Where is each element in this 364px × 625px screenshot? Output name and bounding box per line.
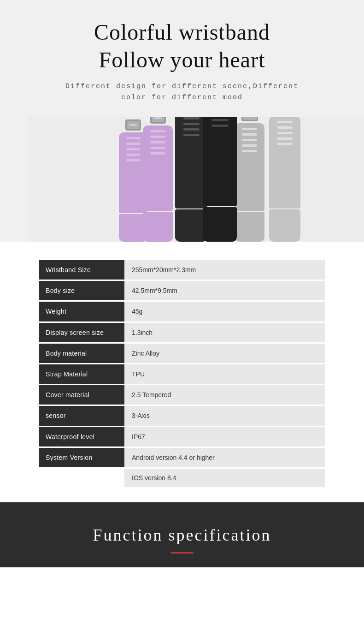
notch [150, 152, 165, 155]
spec-value: 255mm*20mm*2.3mm [124, 260, 325, 280]
spec-row-body-material: Body material Zinc Alloy [39, 344, 325, 363]
spec-label: Cover material [39, 385, 124, 405]
spec-row-display: Display screen size 1.3inch [39, 323, 325, 342]
notch [126, 159, 141, 161]
spec-label: Weight [39, 302, 124, 321]
function-section: Function specification [0, 502, 364, 567]
spec-value: Android version 4.4 or higher [124, 448, 325, 467]
band-bottom [235, 212, 264, 242]
hero-section: Colorful wristband Follow your heart Dif… [0, 0, 364, 242]
notch [183, 134, 200, 136]
spec-value: TPU [124, 364, 325, 384]
function-underline [170, 552, 194, 554]
spec-row-wristband-size: Wristband Size 255mm*20mm*2.3mm [39, 260, 325, 280]
band-bottom [143, 212, 173, 242]
spec-value: IP67 [124, 427, 325, 446]
notch [242, 128, 257, 130]
spec-value: 45g [124, 302, 325, 321]
notch [242, 133, 257, 136]
spec-row-system: System Version Android version 4.4 or hi… [39, 448, 325, 467]
spec-label: Body material [39, 344, 124, 363]
spec-label: Body size [39, 281, 124, 300]
notch [242, 139, 257, 141]
notch [277, 126, 293, 129]
buckle [241, 117, 258, 121]
notch [126, 143, 141, 145]
buckle [150, 117, 166, 124]
band-bottom [269, 209, 300, 242]
spec-row-sensor: sensor 3-Axis [39, 406, 325, 425]
hero-title: Colorful wristband Follow your heart [28, 18, 336, 74]
notch [242, 144, 257, 147]
specs-section: Wristband Size 255mm*20mm*2.3mm Body siz… [0, 242, 364, 502]
bands-image [28, 117, 364, 242]
notch [242, 150, 257, 152]
notch [126, 148, 141, 150]
notch [277, 121, 293, 123]
notch [277, 132, 293, 134]
notch [150, 136, 165, 138]
notch [277, 137, 293, 140]
spec-label: sensor [39, 406, 124, 425]
black-band-front [203, 117, 237, 242]
band-top [143, 125, 173, 211]
spec-value: 2.5 Tempered [124, 385, 325, 405]
notches [203, 117, 237, 127]
spec-value: 1.3inch [124, 323, 325, 342]
notch [150, 130, 165, 132]
gray-band-front [269, 117, 300, 242]
notches [143, 125, 173, 155]
spec-row-body-size: Body size 42.5mm*9.5mm [39, 281, 325, 300]
function-title: Function specification [28, 525, 336, 545]
spec-value: 42.5mm*9.5mm [124, 281, 325, 300]
notch [183, 117, 200, 119]
band-bottom [203, 207, 237, 242]
spec-row-strap: Strap Material TPU [39, 364, 325, 384]
band-top [235, 123, 264, 211]
band-top [203, 117, 237, 206]
purple-band-front [143, 117, 173, 242]
spec-value-ios: IOS version 8.4 [124, 469, 325, 487]
notch [183, 128, 200, 131]
notch [150, 141, 165, 143]
notches [269, 117, 300, 145]
notch [211, 125, 229, 127]
notch [277, 143, 293, 145]
spec-value: Zinc Alloy [124, 344, 325, 363]
notch [211, 119, 229, 121]
spec-value: 3-Axis [124, 406, 325, 425]
spec-label: Waterproof level [39, 427, 124, 446]
notch [126, 154, 141, 156]
spec-row-waterproof: Waterproof level IP67 [39, 427, 325, 446]
notch [126, 137, 141, 139]
spec-label: System Version [39, 448, 124, 467]
hero-title-line2: Follow your heart [99, 48, 265, 72]
spec-label: Strap Material [39, 364, 124, 384]
hero-title-line1: Colorful wristband [94, 20, 270, 44]
spec-row-cover: Cover material 2.5 Tempered [39, 385, 325, 405]
hero-subtitle: Different design for different scene,Dif… [28, 81, 336, 103]
notch [183, 123, 200, 125]
spec-label: Wristband Size [39, 260, 124, 280]
band-top [269, 117, 300, 208]
gray-band-back [235, 117, 264, 242]
notches [235, 123, 264, 152]
spec-row-weight: Weight 45g [39, 302, 325, 321]
buckle [125, 119, 141, 131]
spec-label-spacer [39, 469, 124, 487]
notch [150, 147, 165, 149]
spec-row-ios: IOS version 8.4 [39, 469, 325, 487]
spec-label: Display screen size [39, 323, 124, 342]
